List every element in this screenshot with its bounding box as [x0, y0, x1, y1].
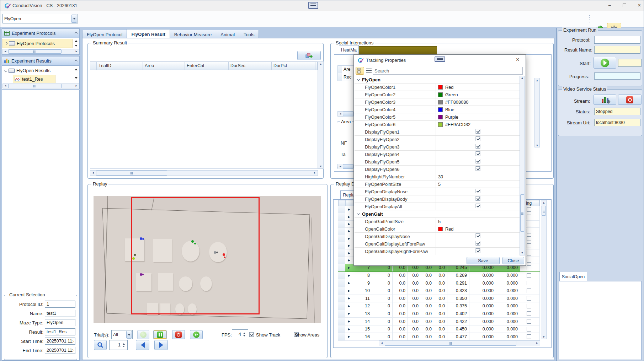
protocol-input[interactable]: [594, 36, 640, 44]
summary-column-dursec[interactable]: DurSec: [229, 62, 272, 70]
property-row-flyopenpointsize[interactable]: FlyOpenPointSize5: [355, 180, 520, 188]
tree-scroll-arrows[interactable]: [73, 39, 79, 48]
dialog-close-icon[interactable]: ×: [516, 56, 519, 63]
property-value[interactable]: [436, 128, 520, 135]
results-hscrollbar[interactable]: ◄ ►: [2, 83, 79, 88]
row-stub[interactable]: [338, 242, 345, 249]
property-row-displayflyopen5[interactable]: DisplayFlyOpen5: [355, 158, 520, 166]
summary-column-durpct[interactable]: DurPct: [272, 62, 315, 70]
row-checkbox[interactable]: [527, 319, 531, 324]
prev-frame-button[interactable]: [136, 340, 149, 350]
row-expander-icon[interactable]: ▶: [345, 310, 353, 318]
row-stub[interactable]: [338, 249, 345, 256]
table-row[interactable]: ▶1300.00.00.00.00.4020.0000.000: [338, 310, 540, 318]
row-stub[interactable]: [338, 310, 345, 318]
row-checkbox[interactable]: [527, 258, 531, 263]
property-checkbox[interactable]: [475, 233, 480, 238]
row-checkbox[interactable]: [527, 304, 531, 308]
reset-button[interactable]: ↩: [190, 330, 203, 339]
tree-scroll-down[interactable]: [73, 76, 79, 80]
tree-scroll-up[interactable]: [73, 67, 79, 72]
tab-heatmap[interactable]: HeatMa: [339, 45, 359, 55]
row-expander-icon[interactable]: ▶: [345, 221, 353, 227]
property-row-flyopencolor3[interactable]: FlyOpenColor3#FF808080: [355, 98, 520, 106]
table-row[interactable]: ▶1600.00.00.00.00.4770.0000.000: [338, 333, 540, 341]
selection-field-input[interactable]: [45, 301, 75, 308]
property-value[interactable]: Blue: [436, 106, 520, 113]
property-row-displayflyopen1[interactable]: DisplayFlyOpen1: [355, 128, 520, 136]
tab-flyopen-result[interactable]: FlyOpen Result: [127, 29, 169, 39]
property-value[interactable]: #FF808080: [436, 98, 520, 106]
row-stub[interactable]: [338, 302, 345, 310]
property-row-opengaitdisplayrightforepaw[interactable]: OpenGaitDisplayRightForePaw: [355, 248, 520, 255]
dialog-vscrollbar[interactable]: ▲ ▼: [520, 76, 525, 255]
row-stub[interactable]: [338, 333, 345, 340]
table-row[interactable]: ▶1500.00.00.00.00.4500.0000.000: [338, 325, 540, 333]
category-expander-icon[interactable]: [357, 212, 360, 215]
property-checkbox[interactable]: [475, 248, 480, 253]
row-stub[interactable]: [338, 279, 345, 287]
row-checkbox[interactable]: [527, 207, 531, 212]
row-stub[interactable]: [338, 257, 345, 264]
tree-item-flyopen-protocols[interactable]: FlyOpen Protocols: [2, 39, 73, 48]
row-stub[interactable]: [338, 228, 345, 235]
replay-video-frame[interactable]: [94, 196, 321, 323]
row-checkbox[interactable]: [527, 236, 531, 241]
protocols-hscrollbar[interactable]: ◄ ►: [2, 49, 79, 54]
summary-column-di[interactable]: Di: [315, 62, 318, 70]
property-row-opengaitdisplayleftforepaw[interactable]: OpenGaitDisplayLeftForePaw: [355, 240, 520, 248]
property-value[interactable]: [436, 248, 520, 255]
row-stub[interactable]: [338, 213, 345, 220]
property-value[interactable]: [436, 188, 520, 195]
property-value[interactable]: [436, 195, 520, 203]
stop-button[interactable]: [172, 330, 185, 339]
row-checkbox[interactable]: [527, 265, 531, 270]
summary-table-body[interactable]: [90, 70, 318, 169]
row-expander-icon[interactable]: ▶: [345, 206, 353, 213]
row-stub[interactable]: [338, 295, 345, 302]
property-checkbox[interactable]: [475, 196, 480, 201]
row-checkbox[interactable]: [527, 251, 531, 255]
property-row-opengaitpointsize[interactable]: OpenGaitPointSize5: [355, 218, 520, 225]
tree-expander-icon[interactable]: [5, 42, 7, 45]
close-button[interactable]: ×: [633, 0, 644, 10]
row-expander-icon[interactable]: ▶: [345, 287, 353, 295]
dialog-titlebar[interactable]: Tracking Properties ×: [354, 55, 526, 66]
collapse-icon[interactable]: [75, 59, 78, 62]
row-expander-icon[interactable]: ▶: [345, 333, 353, 340]
category-expander-icon[interactable]: [357, 77, 360, 80]
show-track-checkbox[interactable]: [249, 332, 254, 337]
selection-field-input[interactable]: [45, 328, 75, 335]
row-checkbox[interactable]: [527, 222, 531, 226]
next-frame-button[interactable]: [154, 340, 168, 350]
property-value[interactable]: Purple: [436, 113, 520, 120]
row-expander-icon[interactable]: ▶: [345, 235, 353, 242]
row-expander-icon[interactable]: ▶: [345, 295, 353, 302]
property-value[interactable]: [436, 158, 520, 165]
property-value[interactable]: [436, 203, 520, 210]
property-value[interactable]: [436, 143, 520, 150]
property-checkbox[interactable]: [475, 159, 480, 163]
table-row[interactable]: ▶1000.00.00.00.00.3230.0000.000: [338, 287, 540, 295]
property-category-opengait[interactable]: OpenGait: [355, 210, 520, 218]
property-checkbox[interactable]: [475, 189, 480, 193]
property-value[interactable]: 5: [436, 180, 520, 188]
property-checkbox[interactable]: [475, 144, 480, 149]
property-value[interactable]: [436, 151, 520, 158]
save-button[interactable]: Save: [467, 257, 500, 264]
property-row-flyopencolor2[interactable]: FlyOpenColor2Green: [355, 91, 520, 98]
area-hscrollbar-fragment[interactable]: ◄: [337, 164, 354, 169]
row-checkbox[interactable]: [527, 334, 531, 339]
property-row-flyopendisplaybody[interactable]: FlyOpenDisplayBody: [355, 195, 520, 203]
selection-field-input[interactable]: [45, 310, 75, 317]
property-value[interactable]: 30: [436, 173, 520, 180]
row-expander-icon[interactable]: ▶: [345, 228, 353, 235]
property-checkbox[interactable]: [475, 136, 480, 141]
row-expander-icon[interactable]: ▶: [345, 242, 353, 249]
property-value[interactable]: [436, 233, 520, 240]
pause-button[interactable]: [153, 330, 167, 339]
stream-uri-input[interactable]: [594, 119, 640, 126]
spinner-arrows[interactable]: [121, 343, 126, 347]
property-value[interactable]: Green: [436, 91, 520, 98]
row-expander-icon[interactable]: ▶: [345, 325, 353, 333]
